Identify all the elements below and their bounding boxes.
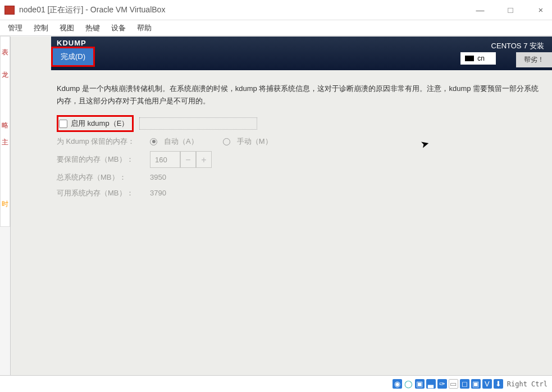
optical-icon[interactable]: ◯ — [404, 379, 413, 389]
avail-memory-label: 可用系统内存（MB）： — [57, 187, 143, 199]
radio-auto-label: 自动（A） — [164, 135, 198, 148]
memory-stepper: − + — [150, 151, 212, 168]
menu-help[interactable]: 帮助 — [137, 23, 152, 33]
help-button[interactable]: 帮劣！ — [516, 52, 552, 67]
virtualbox-statusbar: ◉ ◯ ▣ ▃ ✑ ▭ ◻ ▣ V ⬇ Right Ctrl — [0, 375, 552, 392]
radio-auto[interactable] — [150, 138, 157, 145]
window-title: node01 [正在运行] - Oracle VM VirtualBox — [19, 5, 473, 15]
installer-header: KDUMP 完成(D) CENTOS 7 安装 cn 帮劣！ — [51, 37, 552, 70]
vrde-icon[interactable]: V — [482, 379, 492, 389]
done-highlight: 完成(D) — [51, 47, 95, 67]
page-title: KDUMP — [57, 39, 86, 47]
enable-kdump-label: 启用 kdump（E） — [71, 117, 129, 130]
record-icon[interactable]: ▣ — [471, 379, 481, 389]
done-button[interactable]: 完成(D) — [53, 48, 93, 65]
menu-devices[interactable]: 设备 — [111, 23, 126, 33]
minimize-button[interactable]: — — [473, 6, 487, 14]
avail-memory-row: 可用系统内存（MB）： 3790 — [57, 187, 542, 199]
close-button[interactable]: × — [534, 6, 548, 14]
hostkey-icon[interactable]: ⬇ — [494, 379, 503, 389]
description-text: Kdump 是一个内核崩溃转储机制。在系统崩溃的时候，kdump 将捕获系统信息… — [57, 83, 542, 107]
dotted-extension — [139, 117, 257, 130]
virtualbox-titlebar: node01 [正在运行] - Oracle VM VirtualBox — □… — [0, 0, 552, 20]
virtualbox-menubar: 管理 控制 视图 热键 设备 帮助 — [0, 20, 552, 36]
usb-icon[interactable]: ✑ — [437, 379, 447, 389]
menu-control[interactable]: 控制 — [34, 23, 48, 33]
product-label: CENTOS 7 安装 — [491, 41, 544, 51]
network-icon[interactable]: ▃ — [426, 379, 436, 389]
maximize-button[interactable]: □ — [504, 6, 517, 14]
content-area: Kdump 是一个内核崩溃转储机制。在系统崩溃的时候，kdump 将捕获系统信息… — [11, 70, 552, 210]
audio-icon[interactable]: ▣ — [415, 379, 425, 389]
to-reserve-label: 要保留的内存（MB）： — [57, 153, 143, 166]
virtualbox-icon — [4, 6, 15, 15]
hostkey-label: Right Ctrl — [507, 380, 548, 388]
total-memory-label: 总系统内存（MB）： — [57, 171, 143, 184]
total-memory-value: 3950 — [150, 171, 166, 184]
enable-row: 启用 kdump（E） — [57, 115, 542, 132]
enable-highlight: 启用 kdump（E） — [57, 115, 134, 132]
reserve-label: 为 Kdump 保留的内存： — [57, 135, 143, 148]
keyboard-layout: cn — [477, 54, 485, 62]
left-gutter: 表 龙 略 主 时 — [0, 36, 10, 227]
menu-manage[interactable]: 管理 — [8, 23, 22, 33]
total-memory-row: 总系统内存（MB）： 3950 — [57, 171, 542, 184]
menu-view[interactable]: 视图 — [60, 23, 74, 33]
radio-manual[interactable] — [223, 138, 230, 145]
hdd-icon[interactable]: ◉ — [393, 379, 402, 389]
menu-hotkeys[interactable]: 热键 — [85, 23, 100, 33]
to-reserve-row: 要保留的内存（MB）： − + — [57, 151, 542, 168]
keyboard-indicator[interactable]: cn — [460, 52, 496, 65]
radio-manual-label: 手动（M） — [237, 135, 272, 148]
enable-kdump-checkbox[interactable] — [59, 120, 67, 128]
window-controls: — □ × — [473, 6, 548, 14]
vm-display: KDUMP 完成(D) CENTOS 7 安装 cn 帮劣！ Kdump 是一个… — [10, 37, 552, 375]
memory-input[interactable] — [150, 151, 180, 168]
keyboard-icon — [465, 56, 474, 61]
display-icon[interactable]: ◻ — [460, 379, 469, 389]
reserve-mode-row: 为 Kdump 保留的内存： 自动（A） 手动（M） — [57, 135, 542, 148]
avail-memory-value: 3790 — [150, 187, 166, 199]
shared-folder-icon[interactable]: ▭ — [449, 379, 458, 389]
step-down-button[interactable]: − — [180, 151, 196, 168]
step-up-button[interactable]: + — [196, 151, 212, 168]
